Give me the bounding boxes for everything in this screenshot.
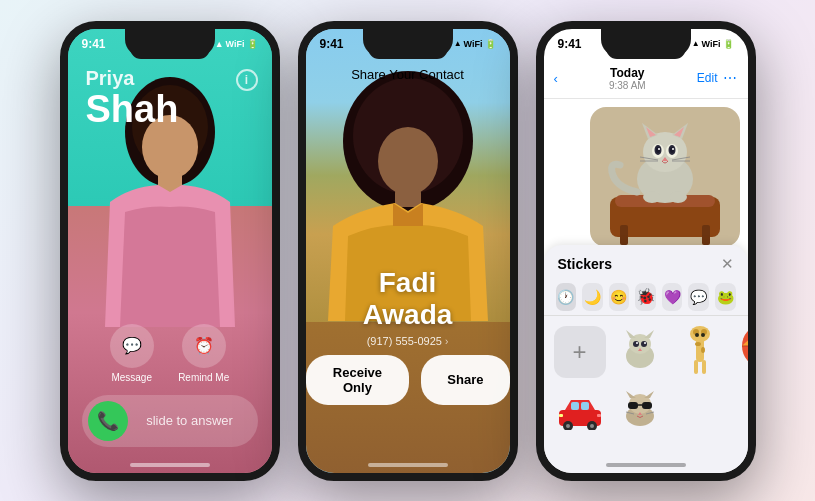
svg-point-48 — [701, 333, 705, 337]
giraffe-sticker[interactable] — [674, 326, 726, 378]
message-label: Message — [111, 372, 152, 383]
svg-rect-70 — [628, 402, 638, 409]
share-contact-buttons: Receive Only Share — [306, 355, 510, 405]
svg-point-50 — [701, 347, 705, 353]
svg-point-47 — [695, 333, 699, 337]
message-icon: 💬 — [122, 336, 142, 355]
status-time-2: 9:41 — [320, 37, 344, 51]
phone-share-contact: 9:41 ●●● ▲ WiFi 🔋 Share Your Contact Fad… — [298, 21, 518, 481]
sticker-tab-mood[interactable]: 🌙 — [582, 283, 603, 311]
header-center-3: Today 9:38 AM — [609, 66, 646, 91]
svg-marker-69 — [644, 391, 654, 398]
chat-date: Today — [609, 66, 646, 80]
svg-point-61 — [566, 424, 570, 428]
contact-firstname-1: Priya — [86, 67, 179, 90]
balloon-sticker[interactable] — [734, 326, 756, 378]
add-sticker-button[interactable]: + — [554, 326, 606, 378]
stickers-header: Stickers ✕ — [544, 245, 748, 279]
receive-only-button[interactable]: Receive Only — [306, 355, 410, 405]
stickers-title: Stickers — [558, 256, 612, 272]
phone-incoming-call: 9:41 ●●● ▲ WiFi 🔋 Priya Shah i 💬 Message… — [60, 21, 280, 481]
messages-header: ‹ < Back Today 9:38 AM Edit ⋯ — [544, 59, 748, 99]
contact-name-1: Priya Shah — [86, 67, 179, 128]
svg-point-41 — [644, 342, 646, 344]
cool-cat-sticker[interactable] — [614, 386, 666, 438]
sticker-tab-emoji[interactable]: 😊 — [609, 283, 630, 311]
remind-action[interactable]: ⏰ Remind Me — [178, 324, 229, 383]
status-icons-3: ●●● ▲ WiFi 🔋 — [673, 39, 733, 49]
contact-phone-2: (917) 555-0925 › — [306, 335, 510, 347]
svg-rect-11 — [620, 225, 628, 245]
svg-rect-64 — [559, 414, 563, 417]
contact-lastname-1: Shah — [86, 90, 179, 128]
dynamic-island-2 — [368, 37, 448, 59]
cat-sticker[interactable] — [614, 326, 666, 378]
share-button[interactable]: Share — [421, 355, 509, 405]
status-time-3: 9:41 — [558, 37, 582, 51]
svg-point-25 — [658, 148, 660, 150]
back-button-3[interactable]: ‹ < Back — [554, 71, 558, 86]
share-contact-title: Share Your Contact — [306, 65, 510, 83]
svg-point-26 — [672, 148, 674, 150]
stickers-grid: + — [544, 316, 748, 448]
message-circle: 💬 — [110, 324, 154, 368]
stickers-close-button[interactable]: ✕ — [721, 255, 734, 273]
svg-point-33 — [669, 191, 687, 203]
info-button-1[interactable]: i — [236, 69, 258, 91]
sticker-tab-heart[interactable]: 💜 — [662, 283, 683, 311]
slide-to-answer[interactable]: 📞 slide to answer — [82, 395, 258, 447]
stickers-panel: Stickers ✕ 🕐 🌙 😊 🐞 💜 💬 🐸 + — [544, 245, 748, 473]
remind-icon: ⏰ — [194, 336, 214, 355]
contact-lastname-2: Awada — [306, 299, 510, 331]
info-icon-1: i — [245, 73, 248, 87]
dynamic-island-3 — [606, 37, 686, 59]
home-indicator-2 — [368, 463, 448, 467]
back-chevron-icon: ‹ — [554, 71, 558, 86]
answer-phone-icon: 📞 — [97, 410, 119, 432]
svg-point-40 — [636, 342, 638, 344]
chat-time: 9:38 AM — [609, 80, 646, 91]
phone-number-text: (917) 555-0925 — [367, 335, 442, 347]
phone-messages-stickers: 9:41 ●●● ▲ WiFi 🔋 ‹ < Back Today 9:38 AM… — [536, 21, 756, 481]
home-indicator-1 — [130, 463, 210, 467]
answer-button: 📞 — [88, 401, 128, 441]
status-icons-2: ●●● ▲ WiFi 🔋 — [435, 39, 495, 49]
more-button-3[interactable]: ⋯ — [723, 70, 737, 86]
sticker-tab-frog[interactable]: 🐸 — [715, 283, 736, 311]
svg-point-6 — [378, 127, 438, 195]
svg-marker-68 — [626, 391, 636, 398]
remind-circle: ⏰ — [182, 324, 226, 368]
status-bar-phone1: 9:41 ●●● ▲ WiFi 🔋 — [82, 37, 258, 51]
svg-rect-65 — [597, 414, 601, 417]
svg-point-32 — [643, 191, 661, 203]
svg-point-24 — [670, 147, 674, 153]
status-time-1: 9:41 — [82, 37, 106, 51]
svg-point-44 — [690, 326, 710, 342]
edit-button-3[interactable]: Edit — [697, 71, 718, 85]
svg-rect-54 — [754, 366, 756, 374]
home-indicator-3 — [606, 463, 686, 467]
svg-rect-58 — [571, 402, 579, 410]
cat-photo-message — [590, 107, 740, 247]
message-action[interactable]: 💬 Message — [110, 324, 154, 383]
contact-name-2: Fadi Awada (917) 555-0925 › — [306, 267, 510, 347]
sticker-tab-bubble[interactable]: 💬 — [688, 283, 709, 311]
chat-area — [544, 99, 748, 259]
svg-rect-52 — [702, 360, 706, 374]
sticker-tabs: 🕐 🌙 😊 🐞 💜 💬 🐸 — [544, 279, 748, 316]
status-bar-phone3: 9:41 ●●● ▲ WiFi 🔋 — [558, 37, 734, 51]
phone-arrow-icon: › — [445, 336, 448, 347]
svg-rect-12 — [702, 225, 710, 245]
svg-rect-59 — [581, 402, 589, 410]
title-text-2: Share Your Contact — [351, 67, 464, 82]
svg-point-38 — [633, 341, 639, 347]
sticker-tab-recent[interactable]: 🕐 — [556, 283, 577, 311]
status-bar-phone2: 9:41 ●●● ▲ WiFi 🔋 — [320, 37, 496, 51]
svg-point-63 — [590, 424, 594, 428]
remind-label: Remind Me — [178, 372, 229, 383]
sticker-tab-bug[interactable]: 🐞 — [635, 283, 656, 311]
dynamic-island-1 — [130, 37, 210, 59]
svg-rect-7 — [395, 189, 421, 207]
car-sticker[interactable] — [554, 386, 606, 438]
svg-rect-51 — [694, 360, 698, 374]
